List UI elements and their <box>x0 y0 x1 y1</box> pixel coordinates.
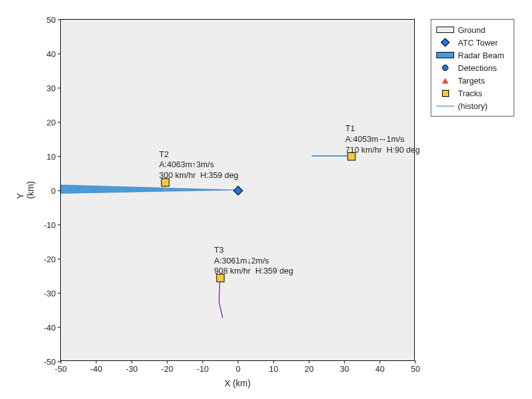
y-tick-label: -30 <box>44 289 56 298</box>
legend-swatch <box>436 101 454 110</box>
x-tick-label: 30 <box>340 364 349 374</box>
x-tick-mark <box>203 360 203 364</box>
x-tick-label: -10 <box>197 364 209 374</box>
legend-label: Radar Beam <box>458 51 504 60</box>
x-tick-label: 10 <box>269 364 278 374</box>
circle-icon <box>442 65 448 71</box>
y-tick-mark <box>58 259 61 260</box>
legend-item: ATC Tower <box>436 36 509 49</box>
y-tick-label: -40 <box>44 323 56 332</box>
track-annotation-t3: T3 A:3061m↓2m/s 908 km/hr H:359 deg <box>214 245 293 277</box>
y-tick-mark <box>58 362 61 362</box>
legend-item: Targets <box>436 74 509 87</box>
legend-label: Tracks <box>458 89 483 98</box>
y-tick-label: -50 <box>44 357 56 367</box>
track-speed-line-t1: 710 km/hr H:90 deg <box>345 145 420 156</box>
legend-label: Detections <box>458 63 497 73</box>
x-tick-label: 50 <box>411 364 420 374</box>
y-tick-mark <box>58 327 61 328</box>
x-tick-label: -40 <box>91 364 103 374</box>
legend-swatch <box>436 63 454 72</box>
triangle-icon <box>442 78 448 84</box>
y-tick-label: 0 <box>51 186 56 196</box>
y-tick-mark <box>58 156 61 157</box>
legend: GroundATC TowerRadar BeamDetectionsTarge… <box>431 19 514 117</box>
square-icon <box>442 90 449 97</box>
y-tick-mark <box>58 54 61 54</box>
track-id-t3: T3 <box>214 245 293 256</box>
x-tick-label: -50 <box>55 364 67 374</box>
x-tick-label: 0 <box>236 364 240 374</box>
y-tick-label: 20 <box>47 118 56 127</box>
y-tick-mark <box>58 293 61 294</box>
legend-swatch <box>436 25 454 34</box>
y-tick-label: 50 <box>47 15 56 25</box>
track-annotation-t2: T2 A:4063m↑3m/s 300 km/hr H:359 deg <box>159 149 238 182</box>
track-id-t2: T2 <box>159 149 238 160</box>
y-tick-mark <box>58 225 61 225</box>
x-tick-label: -20 <box>162 364 174 374</box>
y-tick-label: -20 <box>44 255 56 264</box>
plot-area: T1 A:4053m↔1m/s 710 km/hr H:90 deg T2 A:… <box>61 20 414 360</box>
axes: T1 A:4053m↔1m/s 710 km/hr H:90 deg T2 A:… <box>60 19 415 361</box>
track-alt-line-t2: A:4063m↑3m/s <box>159 160 238 170</box>
legend-swatch <box>436 51 454 60</box>
legend-label: (history) <box>458 101 488 111</box>
x-tick-label: 20 <box>305 364 314 374</box>
diamond-icon <box>441 38 450 47</box>
y-tick-mark <box>58 191 61 191</box>
x-tick-mark <box>415 360 416 364</box>
y-tick-label: 30 <box>47 84 56 93</box>
legend-item: Detections <box>436 61 509 74</box>
atc-tower-marker <box>233 186 243 196</box>
legend-label: ATC Tower <box>458 38 498 48</box>
legend-item: Radar Beam <box>436 49 509 61</box>
x-tick-mark <box>167 360 168 364</box>
track-annotation-t1: T1 A:4053m↔1m/s 710 km/hr H:90 deg <box>345 124 420 156</box>
x-axis-label: X (km) <box>224 378 250 388</box>
y-tick-label: 10 <box>47 152 56 162</box>
y-tick-mark <box>58 20 61 20</box>
legend-swatch <box>436 76 454 85</box>
x-tick-mark <box>345 360 345 364</box>
legend-label: Ground <box>458 25 485 35</box>
x-tick-mark <box>238 360 239 364</box>
track-id-t1: T1 <box>345 124 420 134</box>
y-tick-label: 40 <box>47 49 56 59</box>
track-speed-line-t2: 300 km/hr H:359 deg <box>159 170 238 181</box>
track-alt-line-t3: A:3061m↓2m/s <box>214 256 293 267</box>
track-speed-line-t3: 908 km/hr H:359 deg <box>214 266 293 277</box>
legend-item: Tracks <box>436 87 509 99</box>
x-tick-mark <box>132 360 132 364</box>
y-tick-label: -10 <box>44 220 56 230</box>
x-tick-mark <box>309 360 310 364</box>
x-tick-label: -30 <box>126 364 138 374</box>
track-alt-line-t1: A:4053m↔1m/s <box>345 134 420 145</box>
legend-item: Ground <box>436 23 509 36</box>
x-tick-mark <box>96 360 97 364</box>
legend-item: (history) <box>436 99 509 112</box>
legend-label: Targets <box>458 76 485 86</box>
y-tick-mark <box>58 88 61 89</box>
y-axis-label: Y (km) <box>15 181 35 199</box>
x-tick-mark <box>274 360 274 364</box>
legend-swatch <box>436 38 454 47</box>
figure: T1 A:4053m↔1m/s 710 km/hr H:90 deg T2 A:… <box>0 0 532 399</box>
legend-swatch <box>436 89 454 98</box>
line-icon <box>436 106 454 106</box>
x-tick-label: 40 <box>376 364 384 374</box>
x-tick-mark <box>380 360 381 364</box>
y-tick-mark <box>58 122 61 123</box>
